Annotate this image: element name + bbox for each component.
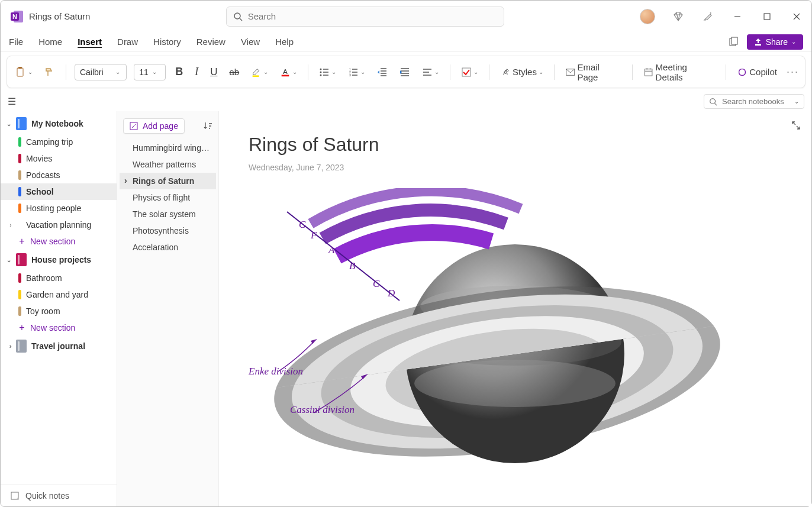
- notebook-nav: ⌄ My Notebook Camping trip Movies Podcas…: [1, 111, 117, 506]
- notebook-house-projects[interactable]: ⌄ House projects: [1, 250, 117, 270]
- section-vacation-planning[interactable]: ›Vacation planning: [1, 217, 117, 233]
- plus-icon: +: [18, 322, 25, 333]
- menu-review[interactable]: Review: [196, 37, 225, 47]
- search-notebooks-input[interactable]: Search notebooks ⌄: [704, 94, 804, 109]
- chevron-down-icon: ⌄: [791, 38, 796, 45]
- page-item[interactable]: Photosynthesis: [120, 222, 216, 239]
- menu-draw[interactable]: Draw: [117, 37, 138, 47]
- menu-file[interactable]: File: [9, 37, 23, 47]
- minimize-button[interactable]: [731, 10, 744, 23]
- section-podcasts[interactable]: Podcasts: [1, 167, 117, 183]
- quick-notes-label: Quick notes: [25, 491, 69, 500]
- svg-rect-12: [17, 68, 23, 76]
- note-canvas[interactable]: Rings of Saturn Wednesday, June 7, 2023: [219, 111, 811, 506]
- maximize-button[interactable]: [761, 10, 774, 23]
- svg-text:A: A: [283, 67, 288, 75]
- label-cassini-division: Cassini division: [290, 404, 355, 416]
- format-painter-button[interactable]: [42, 64, 57, 80]
- page-list: Add page Hummingbird wing… Weather patte…: [117, 111, 219, 506]
- svg-point-47: [710, 98, 716, 104]
- page-item[interactable]: Weather patterns: [120, 156, 216, 173]
- section-toy-room[interactable]: Toy room: [1, 303, 117, 319]
- user-avatar[interactable]: [640, 9, 655, 24]
- quick-notes-button[interactable]: Quick notes: [1, 485, 117, 506]
- svg-text:N: N: [12, 13, 17, 20]
- page-item[interactable]: The solar system: [120, 206, 216, 222]
- section-camping-trip[interactable]: Camping trip: [1, 134, 117, 150]
- chevron-down-icon: ⌄: [7, 257, 11, 263]
- menu-history[interactable]: History: [153, 37, 181, 47]
- underline-button[interactable]: U: [208, 64, 220, 80]
- label-enke-division: Enke division: [249, 366, 303, 377]
- align-button[interactable]: ⌄: [420, 64, 442, 80]
- section-garden[interactable]: Garden and yard: [1, 286, 117, 303]
- notebook-label: House projects: [31, 255, 91, 264]
- indent-button[interactable]: [397, 64, 413, 80]
- svg-point-61: [414, 360, 616, 407]
- expand-icon[interactable]: [791, 121, 801, 130]
- menu-help[interactable]: Help: [275, 37, 294, 47]
- close-button[interactable]: [790, 10, 803, 23]
- svg-point-3: [234, 13, 240, 19]
- sort-pages-button[interactable]: [203, 121, 212, 131]
- strikethrough-button[interactable]: ab: [227, 64, 241, 79]
- chevron-down-icon: ⌄: [7, 121, 11, 127]
- svg-rect-14: [253, 75, 259, 77]
- section-movies[interactable]: Movies: [1, 150, 117, 167]
- nav-toggle-button[interactable]: ☰: [8, 96, 16, 107]
- page-item[interactable]: Hummingbird wing…: [120, 140, 216, 156]
- font-size-select[interactable]: 11⌄: [134, 64, 166, 80]
- more-options-button[interactable]: ···: [787, 66, 799, 78]
- saturn-illustration: G F A B C D Enke division Cassini divisi…: [243, 188, 752, 507]
- svg-text:3: 3: [349, 73, 351, 77]
- chevron-down-icon: ⌄: [115, 69, 120, 75]
- italic-button[interactable]: I: [192, 63, 201, 80]
- tag-button[interactable]: ⌄: [459, 64, 481, 80]
- section-bathroom[interactable]: Bathroom: [1, 270, 117, 286]
- paste-button[interactable]: ⌄: [13, 64, 35, 80]
- copilot-button[interactable]: Copilot: [734, 64, 779, 80]
- font-name-select[interactable]: Cailbri⌄: [75, 64, 127, 80]
- new-section-button[interactable]: +New section: [1, 319, 117, 336]
- bullets-button[interactable]: ⌄: [317, 64, 339, 80]
- copy-to-window-icon[interactable]: [728, 37, 739, 47]
- menu-insert[interactable]: Insert: [78, 37, 102, 47]
- notebook-my-notebook[interactable]: ⌄ My Notebook: [1, 114, 117, 134]
- search-icon: [709, 98, 717, 106]
- menu-view[interactable]: View: [241, 37, 260, 47]
- brush-icon[interactable]: [701, 10, 714, 23]
- notebook-travel-journal[interactable]: ⌄ Travel journal: [1, 336, 117, 356]
- search-input[interactable]: [226, 7, 504, 27]
- new-section-button[interactable]: +New section: [1, 233, 117, 250]
- chevron-right-icon: ⌄: [6, 344, 12, 348]
- chevron-down-icon: ⌄: [434, 69, 439, 75]
- notebook-label: My Notebook: [31, 119, 83, 128]
- email-page-button[interactable]: Email Page: [563, 60, 624, 85]
- email-page-label: Email Page: [577, 62, 621, 82]
- meeting-details-button[interactable]: Meeting Details: [641, 60, 717, 85]
- bold-button[interactable]: B: [173, 63, 185, 80]
- search-icon: [233, 12, 243, 21]
- section-hosting-people[interactable]: Hosting people: [1, 200, 117, 217]
- page-item[interactable]: Physics of flight: [120, 189, 216, 206]
- add-page-icon: [130, 122, 138, 130]
- numbering-button[interactable]: 123⌄: [346, 64, 368, 80]
- page-item[interactable]: Rings of Saturn: [120, 173, 216, 189]
- chevron-down-icon: ⌄: [473, 69, 478, 75]
- highlight-button[interactable]: ⌄: [249, 64, 270, 80]
- diamond-icon[interactable]: [672, 10, 685, 23]
- chevron-down-icon: ⌄: [331, 69, 336, 75]
- share-button[interactable]: Share ⌄: [747, 34, 803, 50]
- chevron-down-icon: ⌄: [794, 98, 799, 105]
- add-page-button[interactable]: Add page: [123, 118, 185, 134]
- section-school[interactable]: School: [1, 183, 117, 200]
- font-color-button[interactable]: A⌄: [278, 64, 299, 80]
- page-item[interactable]: Accelaration: [120, 239, 216, 256]
- note-title[interactable]: Rings of Saturn: [249, 134, 805, 156]
- styles-button[interactable]: AStyles⌄: [498, 64, 546, 80]
- chevron-down-icon: ⌄: [539, 69, 543, 75]
- ring-label-f: F: [311, 230, 317, 241]
- svg-point-19: [320, 71, 322, 73]
- menu-home[interactable]: Home: [38, 37, 62, 47]
- outdent-button[interactable]: [375, 64, 390, 80]
